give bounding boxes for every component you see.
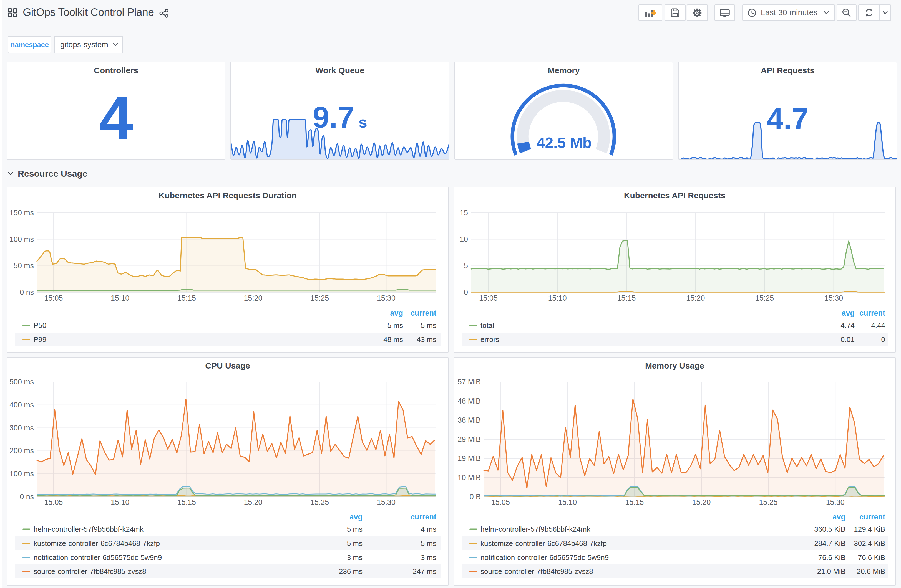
svg-text:15:30: 15:30 (825, 294, 843, 302)
svg-text:200 ms: 200 ms (9, 446, 34, 455)
svg-text:500 ms: 500 ms (9, 378, 34, 386)
svg-text:360.5 KiB: 360.5 KiB (814, 525, 846, 534)
svg-text:5 ms: 5 ms (388, 321, 403, 330)
svg-text:302.4 KiB: 302.4 KiB (854, 539, 885, 548)
svg-text:5: 5 (464, 261, 468, 270)
svg-text:errors: errors (480, 335, 499, 344)
svg-text:helm-controller-57f9b56bbf-k24: helm-controller-57f9b56bbf-k24mk (480, 525, 591, 534)
svg-text:15:20: 15:20 (244, 498, 262, 506)
svg-text:15:15: 15:15 (617, 294, 636, 302)
svg-text:5 ms: 5 ms (347, 525, 363, 534)
svg-text:4.44: 4.44 (871, 321, 885, 330)
svg-text:0: 0 (881, 335, 885, 344)
svg-text:15:05: 15:05 (491, 498, 510, 506)
svg-text:P50: P50 (34, 321, 46, 330)
svg-text:15: 15 (460, 208, 468, 217)
svg-text:source-controller-7fb84fc985-z: source-controller-7fb84fc985-zvsz8 (34, 567, 146, 576)
svg-text:15:20: 15:20 (692, 498, 711, 506)
svg-text:15:25: 15:25 (755, 294, 774, 302)
svg-text:236 ms: 236 ms (339, 567, 363, 576)
svg-text:notification-controller-6d5657: notification-controller-6d56575dc-5w9n9 (34, 553, 162, 562)
svg-text:3 ms: 3 ms (347, 553, 363, 562)
svg-text:15:15: 15:15 (625, 498, 644, 506)
svg-text:0: 0 (464, 288, 468, 297)
svg-text:10 MiB: 10 MiB (458, 473, 481, 482)
svg-text:kustomize-controller-6c6784b46: kustomize-controller-6c6784b468-7kzfp (34, 539, 160, 548)
svg-text:helm-controller-57f9b56bbf-k24: helm-controller-57f9b56bbf-k24mk (34, 525, 144, 534)
svg-text:300 ms: 300 ms (9, 424, 34, 432)
svg-text:3 ms: 3 ms (421, 553, 436, 562)
svg-text:76.6 KiB: 76.6 KiB (858, 553, 885, 562)
svg-text:5 ms: 5 ms (421, 321, 436, 330)
svg-text:57 MiB: 57 MiB (458, 378, 481, 386)
svg-text:5 ms: 5 ms (347, 539, 363, 548)
svg-text:current: current (410, 513, 436, 521)
svg-text:notification-controller-6d5657: notification-controller-6d56575dc-5w9n9 (480, 553, 609, 562)
svg-text:129.4 KiB: 129.4 KiB (854, 525, 885, 534)
svg-text:50 ms: 50 ms (14, 261, 34, 270)
svg-text:15:05: 15:05 (479, 294, 498, 302)
svg-text:0 ns: 0 ns (20, 288, 34, 297)
svg-text:P99: P99 (34, 335, 46, 344)
svg-text:15:25: 15:25 (759, 498, 778, 506)
svg-text:29 MiB: 29 MiB (458, 435, 481, 443)
svg-text:kustomize-controller-6c6784b46: kustomize-controller-6c6784b468-7kzfp (480, 539, 607, 548)
svg-text:15:25: 15:25 (310, 498, 329, 506)
svg-text:avg: avg (349, 513, 363, 521)
svg-text:avg: avg (390, 309, 403, 317)
svg-text:19 MiB: 19 MiB (458, 454, 481, 463)
svg-text:10: 10 (460, 235, 468, 244)
svg-text:15:30: 15:30 (377, 294, 396, 302)
svg-text:15:05: 15:05 (44, 498, 63, 506)
svg-text:21.0 MiB: 21.0 MiB (817, 567, 846, 576)
svg-text:15:05: 15:05 (44, 294, 63, 302)
svg-text:0 B: 0 B (470, 493, 481, 501)
svg-text:5 ms: 5 ms (421, 539, 436, 548)
svg-text:15:20: 15:20 (686, 294, 705, 302)
svg-text:42.5 Mb: 42.5 Mb (536, 134, 591, 151)
svg-text:15:30: 15:30 (377, 498, 396, 506)
svg-text:source-controller-7fb84fc985-z: source-controller-7fb84fc985-zvsz8 (480, 567, 593, 576)
svg-text:current: current (859, 309, 885, 317)
svg-text:15:10: 15:10 (111, 498, 129, 506)
svg-text:15:20: 15:20 (244, 294, 262, 302)
svg-text:38 MiB: 38 MiB (458, 416, 481, 425)
svg-text:150 ms: 150 ms (9, 208, 34, 217)
svg-text:76.6 KiB: 76.6 KiB (818, 553, 845, 562)
svg-text:20.6 MiB: 20.6 MiB (857, 567, 885, 576)
svg-text:100 ms: 100 ms (9, 470, 34, 478)
svg-text:15:10: 15:10 (558, 498, 577, 506)
svg-text:0.01: 0.01 (841, 335, 855, 344)
svg-text:15:10: 15:10 (111, 294, 129, 302)
svg-text:247 ms: 247 ms (413, 567, 436, 576)
svg-text:4.74: 4.74 (841, 321, 855, 330)
svg-text:100 ms: 100 ms (9, 235, 34, 244)
svg-text:avg: avg (842, 309, 855, 317)
svg-text:48 MiB: 48 MiB (458, 397, 481, 405)
svg-text:48 ms: 48 ms (383, 335, 403, 344)
svg-text:284.7 KiB: 284.7 KiB (814, 539, 846, 548)
svg-text:15:15: 15:15 (178, 498, 196, 506)
svg-text:current: current (410, 309, 436, 317)
svg-text:current: current (859, 513, 885, 521)
svg-text:15:30: 15:30 (826, 498, 845, 506)
svg-text:total: total (480, 321, 494, 330)
svg-text:15:25: 15:25 (310, 294, 329, 302)
svg-text:400 ms: 400 ms (9, 401, 34, 409)
svg-text:15:10: 15:10 (548, 294, 567, 302)
svg-text:4 ms: 4 ms (421, 525, 436, 534)
svg-text:0 ns: 0 ns (20, 493, 34, 501)
svg-text:43 ms: 43 ms (417, 335, 436, 344)
svg-text:15:15: 15:15 (178, 294, 196, 302)
svg-text:avg: avg (833, 513, 846, 521)
